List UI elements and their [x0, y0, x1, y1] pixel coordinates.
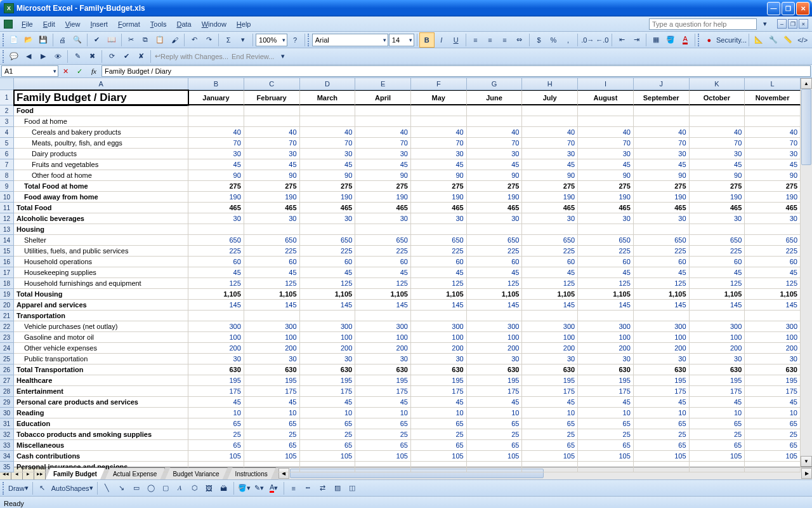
row-header[interactable]: 27 — [0, 375, 14, 386]
col-header-H[interactable]: H — [522, 78, 578, 90]
cell[interactable]: 45 — [355, 397, 411, 408]
cell[interactable]: 200 — [522, 343, 578, 354]
autoshapes-menu[interactable]: AutoShapes ▾ — [50, 481, 95, 495]
cell[interactable]: 1,105 — [355, 289, 411, 300]
cell[interactable]: 465 — [690, 203, 745, 213]
col-header-B[interactable]: B — [188, 78, 244, 90]
cell[interactable]: 65 — [634, 440, 690, 451]
cell[interactable]: 45 — [355, 159, 411, 170]
cell[interactable] — [578, 116, 634, 127]
cell[interactable]: 45 — [244, 159, 300, 170]
cell[interactable]: 275 — [355, 181, 411, 192]
cell[interactable]: 190 — [467, 192, 523, 203]
cell[interactable]: 45 — [300, 267, 356, 278]
cell[interactable]: 45 — [188, 397, 244, 408]
track-changes-icon[interactable]: ⟳ — [105, 50, 119, 64]
cell[interactable]: 125 — [467, 278, 523, 289]
cell[interactable]: 65 — [634, 418, 690, 429]
clipart-icon[interactable]: 🖼 — [202, 481, 216, 495]
cell[interactable]: 45 — [690, 159, 745, 170]
row-header[interactable]: 10 — [0, 192, 14, 203]
cell[interactable]: 30 — [188, 354, 244, 364]
cell[interactable]: 30 — [467, 354, 523, 364]
cell[interactable]: 300 — [411, 321, 467, 332]
cell[interactable]: 225 — [690, 246, 745, 257]
cell[interactable]: 10 — [188, 408, 244, 418]
fx-icon[interactable]: fx — [91, 67, 96, 75]
cell[interactable]: 200 — [411, 343, 467, 354]
cell[interactable]: Shelter — [14, 235, 188, 246]
select-objects-icon[interactable]: ↖ — [36, 481, 49, 495]
cell[interactable] — [745, 116, 801, 127]
cell[interactable]: 300 — [300, 321, 356, 332]
percent-icon[interactable]: % — [546, 33, 560, 47]
cell[interactable] — [522, 311, 578, 321]
cell[interactable] — [745, 462, 801, 472]
cell[interactable]: 105 — [300, 451, 356, 462]
cell[interactable]: 45 — [411, 267, 467, 278]
cell[interactable]: 190 — [690, 192, 745, 203]
cell[interactable]: 25 — [188, 429, 244, 440]
toolbar-grip[interactable] — [308, 34, 310, 46]
paste-icon[interactable]: 📋 — [153, 33, 167, 47]
cell[interactable]: 30 — [522, 149, 578, 159]
cell[interactable]: 195 — [300, 375, 356, 386]
zoom-select[interactable]: 100% — [256, 34, 287, 46]
cell[interactable]: 10 — [467, 408, 523, 418]
menu-data[interactable]: Data — [171, 19, 196, 29]
cell[interactable]: 145 — [522, 300, 578, 311]
row-header[interactable]: 25 — [0, 354, 14, 364]
cell[interactable]: 65 — [300, 418, 356, 429]
cell[interactable]: Household furnishings and equipment — [14, 278, 188, 289]
cell[interactable]: 30 — [188, 149, 244, 159]
cell[interactable]: 195 — [522, 375, 578, 386]
cell[interactable]: 65 — [745, 440, 801, 451]
cell[interactable]: 465 — [300, 203, 356, 213]
draw-menu[interactable]: Draw ▾ — [7, 481, 30, 495]
cell[interactable]: 145 — [634, 300, 690, 311]
row-header[interactable]: 23 — [0, 332, 14, 343]
row-header[interactable]: 5 — [0, 138, 14, 149]
cell[interactable]: 125 — [690, 278, 745, 289]
cell[interactable]: 45 — [522, 397, 578, 408]
cell[interactable]: 45 — [690, 397, 745, 408]
cell[interactable]: 175 — [188, 386, 244, 397]
cell[interactable]: 45 — [467, 397, 523, 408]
cell[interactable] — [522, 105, 578, 116]
cell[interactable]: Fruits and vegetables — [14, 159, 188, 170]
row-header[interactable]: 13 — [0, 224, 14, 235]
cell[interactable]: 90 — [578, 170, 634, 181]
cell[interactable]: 275 — [244, 181, 300, 192]
cell[interactable]: 90 — [244, 170, 300, 181]
cell[interactable]: 195 — [634, 375, 690, 386]
cell[interactable] — [634, 311, 690, 321]
cell[interactable]: 225 — [522, 246, 578, 257]
cell[interactable]: Meats, poultry, fish, and eggs — [14, 138, 188, 149]
cell[interactable]: 60 — [467, 257, 523, 267]
cell[interactable]: 650 — [188, 235, 244, 246]
mdi-close-button[interactable]: × — [799, 19, 808, 29]
cell[interactable]: 30 — [355, 149, 411, 159]
cell[interactable]: 30 — [411, 213, 467, 224]
increase-indent-icon[interactable]: ⇥ — [629, 33, 643, 47]
cell[interactable]: 25 — [745, 429, 801, 440]
cell[interactable]: Entertainment — [14, 386, 188, 397]
cell[interactable]: 10 — [300, 408, 356, 418]
cell[interactable]: 275 — [745, 181, 801, 192]
design-mode-icon[interactable]: 📏 — [781, 33, 795, 47]
cell[interactable]: 650 — [467, 235, 523, 246]
cell[interactable]: 65 — [745, 418, 801, 429]
cell[interactable]: Total Housing — [14, 289, 188, 300]
cell[interactable] — [300, 116, 356, 127]
cell[interactable]: 40 — [244, 127, 300, 138]
cell[interactable]: 45 — [634, 267, 690, 278]
cell[interactable] — [634, 224, 690, 235]
row-header[interactable]: 26 — [0, 364, 14, 375]
cell[interactable]: 275 — [578, 181, 634, 192]
cell[interactable] — [300, 224, 356, 235]
cell[interactable]: 125 — [355, 278, 411, 289]
cell[interactable]: 45 — [690, 267, 745, 278]
cell[interactable]: 105 — [411, 451, 467, 462]
cell[interactable]: 630 — [690, 364, 745, 375]
cell[interactable]: 650 — [745, 235, 801, 246]
